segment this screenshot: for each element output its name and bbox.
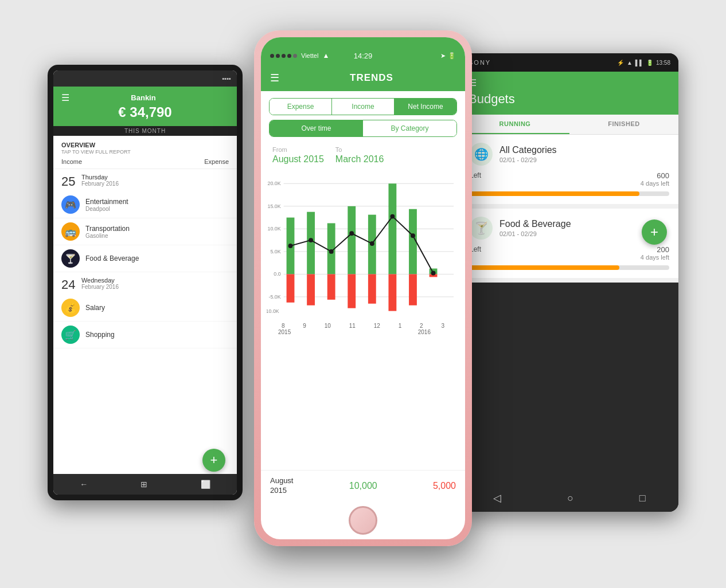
budget1-name: All Categories [499, 145, 557, 155]
segment-control: Expense Income Net Income [269, 98, 457, 115]
iphone-title: TRENDS [287, 72, 456, 84]
right-top-bar: SONY ⚡ ▲ ▌▌ 🔋 13:58 [460, 53, 678, 72]
wifi-icon: ▲ [627, 60, 633, 66]
bar-income-2 [307, 212, 315, 275]
budget1-stats: Left 600 4 days left [470, 171, 669, 187]
line-dot-4 [349, 231, 354, 236]
budget1-progress-fill [470, 191, 639, 196]
date-section-1: 25 Thursday February 2016 [53, 169, 237, 191]
left-amount: € 34,790 [61, 104, 229, 120]
left-status-bar: ▪▪▪▪ [53, 70, 237, 87]
battery-icon: 🔋 [448, 52, 456, 60]
nav-back-icon[interactable]: ◁ [493, 492, 501, 504]
year-labels: 2015 2016 [267, 329, 459, 335]
transaction-transportation[interactable]: 🚌 Transportation Gasoline [53, 218, 237, 245]
line-dot-1 [288, 244, 293, 248]
from-date[interactable]: August 2015 [272, 154, 324, 164]
left-overview: OVERVIEW TAP TO VIEW FULL REPORT Income … [53, 136, 237, 169]
search-icon[interactable]: ⬜ [201, 480, 210, 489]
right-title: Budgets [469, 92, 670, 107]
budget2-stats: Left 200 4 days left [470, 245, 669, 261]
date-month-2: February 2016 [81, 284, 119, 290]
line-dot-8 [431, 271, 436, 275]
x-label-12: 12 [374, 323, 380, 329]
seg-expense[interactable]: Expense [270, 99, 331, 115]
date-month-1: February 2016 [81, 181, 119, 187]
budget2-name: Food & Beverage [499, 219, 571, 229]
transaction-shopping[interactable]: 🛒 Shopping [53, 322, 237, 348]
iphone-hamburger[interactable]: ☰ [270, 72, 279, 84]
bar-expense-4 [348, 274, 356, 308]
x-label-10: 10 [325, 323, 331, 329]
summary-expense: 5,000 [433, 481, 456, 491]
transaction-entertainment[interactable]: 🎮 Entertainment Deadpool [53, 191, 237, 218]
carrier-label: Viettel [301, 52, 318, 59]
bar-expense-7 [409, 274, 417, 305]
view-bycategory[interactable]: By Category [363, 120, 456, 136]
svg-text:10.0K: 10.0K [268, 226, 281, 232]
windows-icon[interactable]: ⊞ [140, 480, 147, 489]
wifi-icon: ▲ [322, 52, 329, 60]
tx2-sub: Gasoline [85, 233, 130, 239]
right-time: 13:58 [656, 60, 670, 66]
hamburger-icon[interactable]: ☰ [61, 92, 69, 103]
tab-running[interactable]: RUNNING [460, 115, 569, 134]
tx4-name: Salary [85, 304, 105, 312]
budget2-progress-bar [470, 265, 669, 270]
date-day-1: Thursday [81, 174, 119, 181]
overview-subtitle: TAP TO VIEW FULL REPORT [61, 149, 229, 155]
left-fab-button[interactable]: + [202, 449, 225, 472]
tx1-name: Entertainment [85, 198, 128, 206]
bar-expense-2 [307, 274, 315, 305]
transaction-salary[interactable]: 💰 Salary [53, 295, 237, 322]
tab-finished[interactable]: FINISHED [569, 115, 678, 134]
svg-text:-5.0K: -5.0K [268, 294, 280, 300]
budget-item-all-categories[interactable]: 🌐 All Categories 02/01 - 02/29 Left 600 … [460, 135, 678, 209]
expense-label: Expense [204, 158, 229, 165]
svg-text:15.0K: 15.0K [268, 203, 281, 209]
food-icon: 🍸 [61, 249, 80, 268]
tx3-name: Food & Beverage [85, 254, 139, 262]
budget2-amount: 200 [641, 245, 669, 254]
budget-item-food[interactable]: 🍸 Food & Beverage 02/01 - 02/29 Left 200… [460, 209, 678, 283]
bar-expense-5 [368, 274, 376, 303]
date-range: From August 2015 To March 2016 [261, 143, 465, 171]
nav-home-icon[interactable]: ○ [567, 492, 573, 504]
svg-text:5.0K: 5.0K [270, 249, 280, 254]
bar-income-4 [348, 206, 356, 275]
battery-icon: 🔋 [646, 60, 653, 66]
iphone-home-button[interactable] [349, 506, 377, 535]
right-app-header: ☰ Budgets [460, 72, 678, 115]
right-fab-button[interactable]: + [642, 219, 667, 245]
x-label-3: 3 [441, 323, 444, 329]
nav-recent-icon[interactable]: □ [639, 492, 646, 504]
to-date[interactable]: March 2016 [335, 154, 384, 164]
x-label-1: 1 [399, 323, 402, 329]
seg-income[interactable]: Income [332, 99, 394, 115]
budget1-amount: 600 [641, 171, 669, 180]
tx1-sub: Deadpool [85, 206, 128, 212]
food-beverage-icon: 🍸 [470, 217, 493, 240]
view-overtime[interactable]: Over time [270, 120, 363, 136]
left-month-bar: THIS MONTH [53, 126, 237, 136]
date-num-1: 25 [61, 174, 75, 189]
iphone-status-bar: Viettel ▲ 14:29 ➤ 🔋 [261, 37, 465, 69]
x-label-9: 9 [303, 323, 306, 329]
summary-date: August2015 [270, 476, 293, 496]
seg-net-income[interactable]: Net Income [395, 99, 456, 115]
summary-income: 10,000 [349, 481, 377, 491]
line-dot-2 [309, 238, 313, 242]
budget1-header: 🌐 All Categories 02/01 - 02/29 [470, 143, 669, 166]
left-app-name: Bankin [131, 93, 155, 102]
date-section-2: 24 Wednesday February 2016 [53, 272, 237, 295]
overview-row: Income Expense [61, 158, 229, 165]
transaction-food[interactable]: 🍸 Food & Beverage [53, 245, 237, 272]
status-dots: Viettel ▲ [270, 52, 329, 60]
battery-area: ➤ 🔋 [440, 52, 456, 60]
back-icon[interactable]: ← [80, 480, 88, 489]
left-header: ☰ Bankin € 34,790 [53, 87, 237, 126]
line-dot-5 [370, 241, 374, 246]
line-dot-7 [411, 233, 415, 238]
iphone-time: 14:29 [354, 52, 373, 60]
budget2-days: 4 days left [641, 254, 669, 261]
